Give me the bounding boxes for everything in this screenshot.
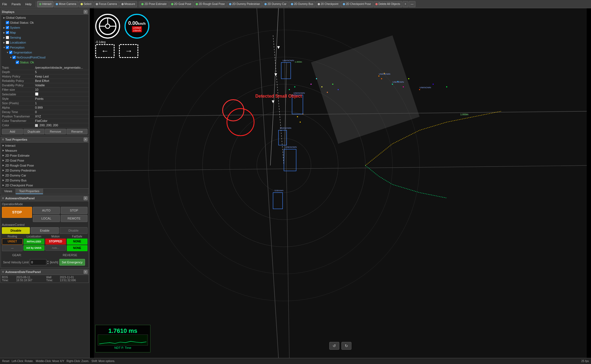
tool-props-checkpoint-pose[interactable]: ▶ 2D Checkpoint Pose bbox=[1, 183, 88, 188]
measure-btn[interactable]: Measure bbox=[120, 1, 137, 7]
rough-goal-btn[interactable]: 2D Rough Goal Pose bbox=[194, 1, 227, 7]
prop-value-history[interactable]: Keep Last bbox=[34, 74, 89, 79]
arrow-segmentation[interactable]: ▼ bbox=[6, 51, 9, 54]
arrow-map[interactable]: ▶ bbox=[2, 31, 6, 34]
tree-item-segmentation[interactable]: ▼ Segmentation bbox=[1, 50, 89, 55]
checkpoint-pose-btn[interactable]: 2D Checkpoint Pose bbox=[341, 1, 373, 7]
routing-label: Routing bbox=[2, 235, 23, 238]
auto-btn[interactable]: AUTO bbox=[33, 207, 60, 214]
nav-prev-btn[interactable]: ↺ bbox=[329, 342, 339, 350]
dummy-car-btn[interactable]: 2D Dummy Car bbox=[263, 1, 288, 7]
tool-props-measure[interactable]: ▶ Measure bbox=[1, 148, 88, 153]
menu-help[interactable]: Help bbox=[24, 2, 33, 6]
datetime-close-btn[interactable]: ✕ bbox=[84, 270, 88, 274]
arrow-global-options[interactable]: ▶ bbox=[2, 16, 6, 19]
disable-btn2[interactable]: Disable bbox=[60, 227, 88, 234]
arrow-system[interactable]: ▶ bbox=[2, 26, 6, 29]
stop-mode-btn[interactable]: STOP bbox=[61, 207, 88, 214]
check-sensing[interactable] bbox=[6, 36, 9, 39]
tool-props-rough-goal[interactable]: ▶ 2D Rough Goal Pose bbox=[1, 163, 88, 168]
check-system[interactable] bbox=[6, 26, 9, 29]
prop-value-topic[interactable]: /perception/obstacle_segmentatio... bbox=[34, 65, 89, 70]
select-btn[interactable]: Select bbox=[79, 1, 93, 7]
prop-value-pos-transformer[interactable]: XYZ bbox=[34, 114, 89, 119]
tree-item-status-ok[interactable]: ▶ Status: Ok bbox=[1, 60, 89, 65]
velocity-input[interactable] bbox=[30, 259, 46, 265]
arrow-noground[interactable]: ▼ bbox=[9, 56, 12, 59]
displays-close-btn[interactable]: ✕ bbox=[84, 10, 88, 14]
tree-item-system[interactable]: ▶ System bbox=[1, 25, 89, 30]
tool-props-goal-pose[interactable]: ▶ 2D Goal Pose bbox=[1, 158, 88, 163]
tree-item-sensing[interactable]: ▶ Sensing bbox=[1, 35, 89, 40]
interact-btn[interactable]: Interact bbox=[37, 1, 53, 7]
tree-item-noground[interactable]: ▼ NoGroundPointCloud bbox=[1, 55, 89, 60]
menu-panels[interactable]: Panels bbox=[10, 2, 22, 6]
autoware-close-btn[interactable]: ✕ bbox=[84, 196, 88, 200]
prop-value-durability[interactable]: Volatile bbox=[34, 83, 89, 87]
pose-estimate-btn[interactable]: 2D Pose Estimate bbox=[139, 1, 168, 7]
tool-props-dummy-pedestrian[interactable]: ▶ 2D Dummy Pedestrian bbox=[1, 168, 88, 173]
checkpoint-btn[interactable]: 20 Checkpoint bbox=[316, 1, 340, 7]
tool-props-interact[interactable]: ▶ Interact bbox=[1, 143, 88, 148]
local-btn[interactable]: LOCAL bbox=[33, 215, 60, 222]
prop-value-color[interactable]: 200; 200; 200 bbox=[34, 123, 89, 127]
canvas-area[interactable]: UNKNOWN UNKNOWN UNKNOWN UNKNOWN Unknown … bbox=[90, 8, 591, 358]
tree-item-perception[interactable]: ▼ Perception bbox=[1, 45, 89, 50]
menu-file[interactable]: File bbox=[1, 2, 8, 6]
nav-next-btn[interactable]: ↻ bbox=[341, 342, 351, 350]
delete-objects-btn[interactable]: Delete All Objects bbox=[373, 1, 402, 7]
tree-item-localization[interactable]: ▶ Localization bbox=[1, 40, 89, 45]
rename-btn[interactable]: Rename bbox=[67, 129, 88, 134]
selectable-checkbox[interactable] bbox=[35, 92, 38, 96]
tree-item-map[interactable]: ▶ Map bbox=[1, 30, 89, 35]
velocity-up-arrow[interactable]: ▲ bbox=[47, 260, 49, 262]
auto-btn2[interactable]: Auto... bbox=[45, 245, 66, 251]
tab-views[interactable]: Views bbox=[1, 189, 16, 194]
prop-value-reliability[interactable]: Best Effort bbox=[34, 79, 89, 83]
check-global-status[interactable] bbox=[6, 21, 9, 24]
duplicate-btn[interactable]: Duplicate bbox=[23, 129, 44, 134]
tree-item-global-status[interactable]: ▶ Global Status: Ok bbox=[1, 20, 89, 25]
arrow-sensing[interactable]: ▶ bbox=[2, 36, 6, 39]
move-camera-btn[interactable]: Move Camera bbox=[54, 1, 78, 7]
check-localization[interactable] bbox=[6, 41, 9, 44]
right-arrow-btn[interactable]: → bbox=[119, 44, 138, 58]
check-status-ok[interactable] bbox=[16, 61, 19, 64]
goal-pose-btn[interactable]: 2D Goal Pose bbox=[169, 1, 193, 7]
prop-value-filter[interactable]: 10 bbox=[34, 87, 89, 92]
tool-props-close-btn[interactable]: ✕ bbox=[84, 138, 88, 141]
tree-item-global-options[interactable]: ▶ Global Options bbox=[1, 15, 89, 20]
tool-props-pose-estimate[interactable]: ▶ 2D Pose Estimate bbox=[1, 153, 88, 158]
prop-value-size[interactable]: 1 bbox=[34, 101, 89, 105]
tab-tool-props[interactable]: Tool Properties bbox=[16, 189, 43, 194]
prop-value-alpha[interactable]: 0.999 bbox=[34, 105, 89, 110]
dummy-pedestrian-btn[interactable]: 2D Dummy Pedestrian bbox=[227, 1, 262, 7]
tool-props-dummy-car[interactable]: ▶ 2D Dummy Car bbox=[1, 173, 88, 178]
disable-btn[interactable]: Disable bbox=[2, 227, 30, 234]
check-segmentation[interactable] bbox=[9, 51, 12, 54]
arrow-localization[interactable]: ▶ bbox=[2, 41, 6, 44]
left-arrow-btn[interactable]: ← bbox=[95, 44, 115, 58]
check-noground[interactable] bbox=[12, 56, 16, 59]
prop-value-selectable[interactable] bbox=[34, 92, 89, 97]
add-btn[interactable]: Add bbox=[2, 129, 23, 134]
stop-btn[interactable]: STOP bbox=[2, 207, 32, 218]
check-perception[interactable] bbox=[6, 46, 9, 49]
focus-camera-btn[interactable]: Focus Camera bbox=[94, 1, 119, 7]
plus-btn[interactable]: + bbox=[403, 1, 408, 7]
minus-btn[interactable]: — bbox=[409, 1, 415, 7]
remove-btn[interactable]: Remove bbox=[45, 129, 66, 134]
enable-btn[interactable]: Enable bbox=[31, 227, 59, 234]
prop-value-decay[interactable]: 0 bbox=[34, 110, 89, 114]
prop-value-color-transformer[interactable]: FlatColor bbox=[34, 119, 89, 123]
remote-btn[interactable]: REMOTE bbox=[61, 215, 88, 222]
prop-value-style[interactable]: Points bbox=[34, 97, 89, 101]
velocity-down-arrow[interactable]: ▼ bbox=[47, 262, 49, 265]
emergency-btn[interactable]: Set Emergency bbox=[59, 259, 85, 266]
tool-props-dummy-bus[interactable]: ▶ 2D Dummy Bus bbox=[1, 178, 88, 183]
prop-value-depth[interactable]: 5 bbox=[34, 70, 89, 74]
arrow-perception[interactable]: ▼ bbox=[2, 46, 6, 49]
dummy-bus-btn[interactable]: 2D Dummy Bus bbox=[289, 1, 315, 7]
init-gnss-btn[interactable]: Init by GNSS bbox=[23, 245, 44, 251]
check-map[interactable] bbox=[6, 31, 9, 34]
